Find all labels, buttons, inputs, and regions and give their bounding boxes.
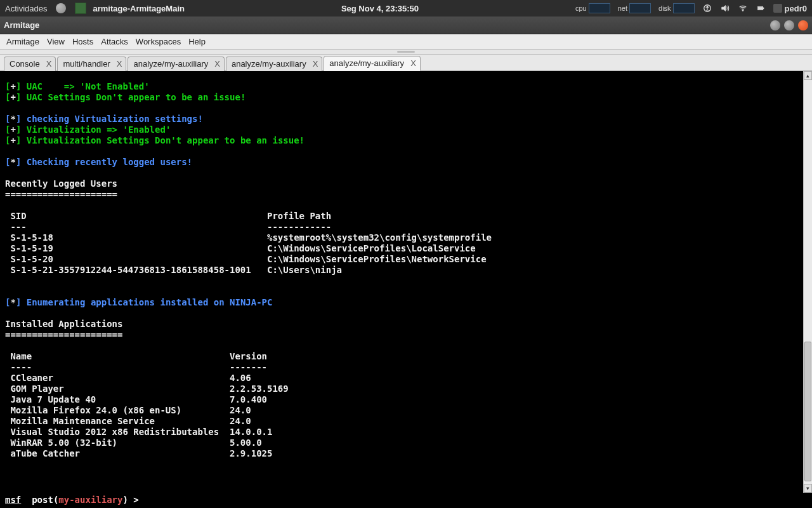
tab-close-icon[interactable]: X bbox=[214, 59, 220, 69]
menu-workspaces[interactable]: Workspaces bbox=[133, 36, 183, 48]
ubuntu-icon[interactable] bbox=[56, 3, 66, 13]
desktop-top-bar: Actividades armitage-ArmitageMain Seg No… bbox=[0, 0, 812, 17]
svg-rect-5 bbox=[758, 7, 762, 10]
tab-analyze-my-auxiliary-2[interactable]: analyze/my-auxiliaryX bbox=[128, 57, 224, 71]
tab-multi-handler-1[interactable]: multi/handlerX bbox=[57, 57, 126, 71]
menu-attacks[interactable]: Attacks bbox=[98, 36, 131, 48]
menu-view[interactable]: View bbox=[44, 36, 67, 48]
prompt-gt: > bbox=[133, 495, 138, 505]
clock[interactable]: Seg Nov 4, 23:35:50 bbox=[185, 4, 575, 13]
tab-console-0[interactable]: ConsoleX bbox=[4, 57, 56, 71]
svg-point-1 bbox=[707, 6, 708, 7]
wifi-icon[interactable] bbox=[738, 3, 748, 13]
splitter-handle[interactable] bbox=[0, 50, 812, 55]
window-title: Armitage bbox=[4, 20, 39, 30]
scroll-up-arrow[interactable]: ▴ bbox=[804, 71, 812, 80]
tab-label: Console bbox=[10, 59, 40, 69]
activities-button[interactable]: Actividades bbox=[5, 4, 47, 13]
scroll-thumb[interactable] bbox=[804, 342, 811, 481]
disk-indicator[interactable]: disk bbox=[658, 3, 695, 13]
maximize-button[interactable] bbox=[784, 20, 794, 30]
menu-help[interactable]: Help bbox=[186, 36, 208, 48]
tab-label: analyze/my-auxiliary bbox=[133, 59, 208, 69]
command-input[interactable]: msf post(my-auxiliary) > bbox=[0, 493, 812, 508]
vertical-scrollbar[interactable]: ▴ ▾ bbox=[803, 71, 812, 493]
terminal-output[interactable]: [+] UAC => 'Not Enabled' [+] UAC Setting… bbox=[0, 80, 803, 484]
tab-close-icon[interactable]: X bbox=[313, 59, 318, 69]
tab-analyze-my-auxiliary-3[interactable]: analyze/my-auxiliaryX bbox=[226, 57, 322, 71]
prompt-msf: msf bbox=[5, 495, 21, 505]
console-area: [+] UAC => 'Not Enabled' [+] UAC Setting… bbox=[0, 71, 812, 493]
cpu-indicator[interactable]: cpu bbox=[575, 3, 610, 13]
accessibility-icon[interactable] bbox=[702, 3, 712, 13]
app-menu-bar: Armitage View Hosts Attacks Workspaces H… bbox=[0, 34, 812, 50]
net-indicator[interactable]: net bbox=[618, 3, 651, 13]
tab-label: analyze/my-auxiliary bbox=[329, 58, 404, 68]
battery-icon[interactable] bbox=[756, 3, 766, 13]
tab-close-icon[interactable]: X bbox=[410, 58, 416, 68]
tab-close-icon[interactable]: X bbox=[117, 59, 122, 69]
svg-point-2 bbox=[742, 10, 743, 11]
prompt-module: my-auxiliary bbox=[58, 495, 122, 505]
app-icon[interactable] bbox=[75, 3, 86, 14]
tab-label: multi/handler bbox=[63, 59, 110, 69]
close-button[interactable] bbox=[798, 20, 808, 30]
tab-close-icon[interactable]: X bbox=[46, 59, 52, 69]
tab-label: analyze/my-auxiliary bbox=[232, 59, 306, 69]
tab-bar: ConsoleXmulti/handlerXanalyze/my-auxilia… bbox=[0, 55, 812, 71]
svg-rect-4 bbox=[763, 8, 763, 9]
user-menu[interactable]: pedr0 bbox=[773, 4, 807, 13]
prompt-post: post bbox=[32, 495, 53, 505]
menu-armitage[interactable]: Armitage bbox=[4, 36, 42, 48]
window-titlebar[interactable]: Armitage bbox=[0, 17, 812, 34]
menu-hosts[interactable]: Hosts bbox=[70, 36, 96, 48]
volume-icon[interactable] bbox=[720, 3, 730, 13]
scroll-down-arrow[interactable]: ▾ bbox=[804, 484, 812, 493]
tab-analyze-my-auxiliary-4[interactable]: analyze/my-auxiliaryX bbox=[324, 56, 420, 71]
minimize-button[interactable] bbox=[770, 20, 780, 30]
taskbar-task[interactable]: armitage-ArmitageMain bbox=[93, 4, 184, 13]
